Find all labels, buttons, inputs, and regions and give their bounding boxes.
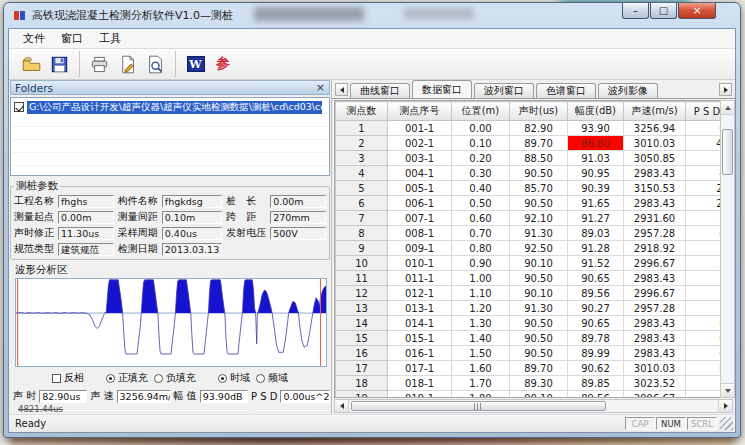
data-cell[interactable]: 003-1 [388,151,452,166]
data-cell[interactable]: 89.56 [568,286,624,301]
data-cell[interactable]: 89.85 [568,376,624,391]
data-cell[interactable]: 90.39 [568,181,624,196]
open-button[interactable] [17,51,45,77]
row-number-cell[interactable]: 7 [336,211,388,226]
data-cell[interactable]: 90.10 [510,256,568,271]
tab-2[interactable]: 波列窗口 [474,83,534,98]
readout-value-3[interactable]: 0.00us^2/m [280,390,330,403]
data-cell[interactable]: 6.40 [686,226,721,241]
data-cell[interactable]: 010-1 [388,256,452,271]
data-cell[interactable]: 91.03 [568,151,624,166]
save-button[interactable] [45,51,73,77]
data-cell[interactable]: 3010.03 [624,361,686,376]
data-cell[interactable]: 90.65 [568,316,624,331]
tab-4[interactable]: 波列影像 [598,83,658,98]
tab-scroll-left-icon[interactable] [335,83,348,96]
scroll-left-icon[interactable] [335,400,349,412]
data-cell[interactable]: 89.70 [510,136,568,151]
horizontal-scroll-thumb[interactable] [351,401,606,411]
param-value-field[interactable]: 0.00m [270,195,326,208]
data-cell[interactable]: 3256.94 [624,121,686,136]
vertical-scrollbar[interactable] [720,100,735,398]
data-cell[interactable]: 2918.92 [624,241,686,256]
data-cell[interactable]: 2983.43 [624,331,686,346]
data-cell[interactable]: 1.10 [452,286,510,301]
data-cell[interactable]: 89.30 [510,376,568,391]
row-number-cell[interactable]: 8 [336,226,388,241]
data-cell[interactable]: 91.28 [568,241,624,256]
data-cell[interactable]: 002-1 [388,136,452,151]
data-cell[interactable]: 90.95 [568,166,624,181]
row-number-cell[interactable]: 1 [336,121,388,136]
table-row[interactable]: 16016-11.5090.5089.992983.430.00 [336,346,721,361]
tab-0[interactable]: 曲线窗口 [350,83,410,98]
maximize-button[interactable]: □ [650,3,677,19]
readout-value-1[interactable]: 3256.94m/s [117,390,171,403]
data-cell[interactable]: 91.30 [510,301,568,316]
list-item[interactable]: G:\公司产品设计开发\超声仪器\超声仪实地检测数据\测桩\cd\cd03\cd… [12,100,328,114]
data-cell[interactable]: 3050.85 [624,151,686,166]
data-cell[interactable]: 90.50 [510,346,568,361]
invert-checkbox-control[interactable] [52,374,61,383]
data-cell[interactable]: 57.6 [686,256,721,271]
row-number-cell[interactable]: 18 [336,376,388,391]
readout-value-0[interactable]: 82.90us [39,390,87,403]
data-cell[interactable]: 93.90 [568,121,624,136]
data-cell[interactable]: 82.90 [510,121,568,136]
vertical-scroll-thumb[interactable] [722,129,733,175]
data-cell[interactable]: 014-1 [388,316,452,331]
data-cell[interactable]: 0.40 [452,181,510,196]
data-cell[interactable]: 89.03 [568,226,624,241]
table-row[interactable]: 7007-10.6092.1091.272931.6025.6 [336,211,721,226]
data-cell[interactable]: 1.30 [452,316,510,331]
data-cell[interactable]: 90.50 [510,271,568,286]
data-cell[interactable]: 3010.03 [624,136,686,151]
data-cell[interactable]: 0.50 [452,196,510,211]
title-bar[interactable]: 高铁现浇混凝土检测分析软件V1.0—测桩 –□× [4,3,740,28]
data-cell[interactable]: 90.10 [510,391,568,399]
data-cell[interactable]: 91.65 [568,196,624,211]
param-value-field[interactable]: fhgkdsg [162,195,222,208]
data-cell[interactable]: 2983.43 [624,166,686,181]
tab-scroll-right-icon[interactable] [719,83,732,96]
domain-radio-1[interactable]: 频域 [256,371,288,385]
parameters-button[interactable]: 参 [209,51,237,77]
data-cell[interactable]: 001-1 [388,121,452,136]
row-number-cell[interactable]: 9 [336,241,388,256]
data-cell[interactable]: 1.20 [452,301,510,316]
table-row[interactable]: 13013-11.2091.3090.272957.2814.4 [336,301,721,316]
tab-3[interactable]: 色谱窗口 [536,83,596,98]
row-number-cell[interactable]: 15 [336,331,388,346]
data-cell[interactable]: 3150.53 [624,181,686,196]
data-cell[interactable]: 0.60 [452,211,510,226]
data-cell[interactable]: 009-1 [388,241,452,256]
table-row[interactable]: 9009-10.8092.5091.282918.9214.4 [336,241,721,256]
data-cell[interactable]: 0.00 [452,121,510,136]
row-number-cell[interactable]: 10 [336,256,388,271]
data-cell[interactable]: 90.50 [510,166,568,181]
domain-radio-1-control[interactable] [256,374,265,383]
data-cell[interactable]: 1.60 [452,361,510,376]
data-cell[interactable]: 1.60 [686,271,721,286]
row-number-cell[interactable]: 12 [336,286,388,301]
data-cell[interactable]: 008-1 [388,226,452,241]
waveform-canvas[interactable] [15,278,327,367]
data-cell[interactable]: 2931.60 [624,211,686,226]
param-value-field[interactable]: 11.30us [58,227,114,240]
data-cell[interactable]: 1.80 [452,391,510,399]
data-cell[interactable]: 230.4 [686,196,721,211]
table-row[interactable]: 2002-10.1089.7086.803010.03462.4 [336,136,721,151]
data-cell[interactable]: 012-1 [388,286,452,301]
table-row[interactable]: 19019-11.8090.1089.562996.676.40 [336,391,721,399]
table-row[interactable]: 4004-10.3090.5090.952983.4340.0 [336,166,721,181]
data-cell[interactable]: 1.60 [686,286,721,301]
table-row[interactable]: 8008-10.7091.3089.032957.286.40 [336,226,721,241]
data-cell[interactable]: 90.10 [510,286,568,301]
data-cell[interactable]: 25.6 [686,211,721,226]
data-cell[interactable]: 14.4 [686,151,721,166]
data-cell[interactable]: 0.20 [452,151,510,166]
data-cell[interactable]: 14.4 [686,241,721,256]
data-cell[interactable]: 1.70 [452,376,510,391]
table-row[interactable]: 15015-11.4090.5089.782983.430.00 [336,331,721,346]
param-value-field[interactable]: 0.40us [162,227,222,240]
